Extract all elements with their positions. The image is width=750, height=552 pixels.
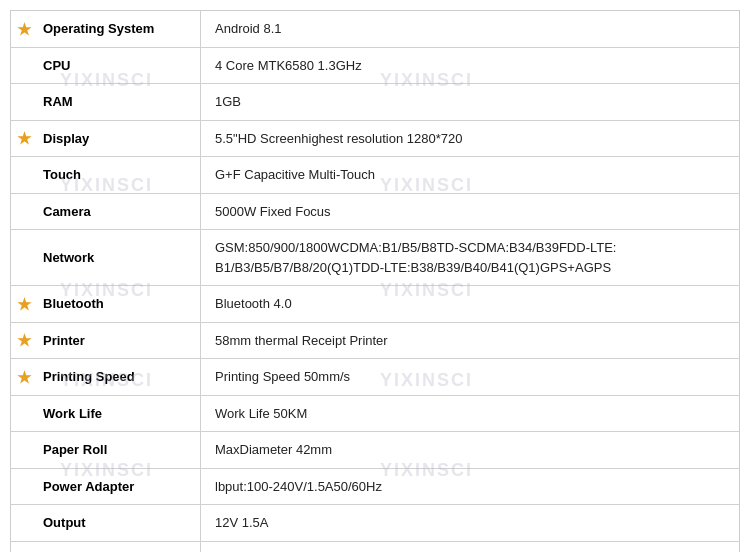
value-cell-paper-roll: MaxDiameter 42mm	[201, 432, 740, 469]
label-cell-power-adapter: Power Adapter	[11, 468, 201, 505]
star-icon: ★	[17, 19, 31, 38]
label-text: Bluetooth	[43, 296, 104, 311]
label-text: CPU	[43, 58, 70, 73]
label-cell-network: Network	[11, 230, 201, 286]
label-cell-camera: Camera	[11, 193, 201, 230]
label-cell-output: Output	[11, 505, 201, 542]
value-cell-printer: 58mm thermal Receipt Printer	[201, 322, 740, 359]
value-cell-bluetooth: Bluetooth 4.0	[201, 286, 740, 323]
value-cell-power-adapter: lbput:100-240V/1.5A50/60Hz	[201, 468, 740, 505]
value-cell-printing-speed: Printing Speed 50mm/s	[201, 359, 740, 396]
label-text: Display	[43, 131, 89, 146]
label-cell-ram: RAM	[11, 84, 201, 121]
star-icon: ★	[17, 294, 31, 313]
label-text: Camera	[43, 204, 91, 219]
label-text: Touch	[43, 167, 81, 182]
value-cell-operating-system: Android 8.1	[201, 11, 740, 48]
label-text: Power Adapter	[43, 479, 134, 494]
label-text: Work Life	[43, 406, 102, 421]
value-cell-output: 12V 1.5A	[201, 505, 740, 542]
star-icon: ★	[17, 129, 31, 148]
spec-table: ★Operating SystemAndroid 8.1CPU4 Core MT…	[10, 10, 740, 552]
value-cell-network: GSM:850/900/1800WCDMA:B1/B5/B8TD-SCDMA:B…	[201, 230, 740, 286]
value-cell-camera: 5000W Fixed Focus	[201, 193, 740, 230]
label-cell-bluetooth: ★Bluetooth	[11, 286, 201, 323]
label-cell-operating-system: ★Operating System	[11, 11, 201, 48]
label-text: Paper Roll	[43, 442, 107, 457]
label-cell-dimension: ★Dimension	[11, 541, 201, 552]
value-cell-dimension: 209.2mm(L)x87.4mm(W)x51.7mm(H)	[201, 541, 740, 552]
value-cell-ram: 1GB	[201, 84, 740, 121]
value-cell-cpu: 4 Core MTK6580 1.3GHz	[201, 47, 740, 84]
label-text: Network	[43, 250, 94, 265]
label-text: Output	[43, 515, 86, 530]
label-cell-touch: Touch	[11, 157, 201, 194]
label-cell-paper-roll: Paper Roll	[11, 432, 201, 469]
star-icon: ★	[17, 331, 31, 350]
label-cell-display: ★Display	[11, 120, 201, 157]
label-text: Operating System	[43, 21, 154, 36]
value-text: GSM:850/900/1800WCDMA:B1/B5/B8TD-SCDMA:B…	[215, 240, 616, 275]
value-cell-display: 5.5"HD Screenhighest resolution 1280*720	[201, 120, 740, 157]
label-cell-work-life: Work Life	[11, 395, 201, 432]
label-text: Printer	[43, 333, 85, 348]
label-text: Printing Speed	[43, 369, 135, 384]
star-icon: ★	[17, 367, 31, 386]
label-text: RAM	[43, 94, 73, 109]
label-cell-cpu: CPU	[11, 47, 201, 84]
value-cell-work-life: Work Life 50KM	[201, 395, 740, 432]
label-cell-printer: ★Printer	[11, 322, 201, 359]
value-cell-touch: G+F Capacitive Multi-Touch	[201, 157, 740, 194]
label-cell-printing-speed: ★Printing Speed	[11, 359, 201, 396]
